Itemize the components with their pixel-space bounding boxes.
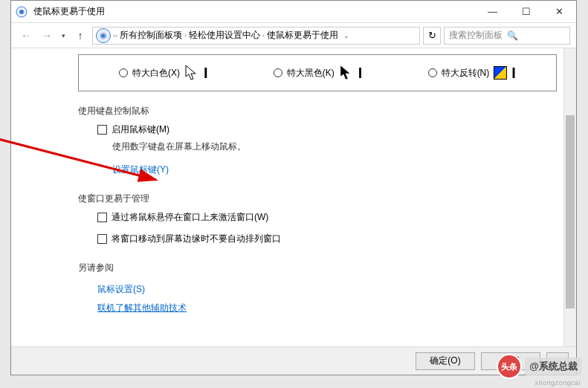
option-label: 启用鼠标键(M) bbox=[112, 123, 169, 136]
watermark-url: xitongzongcai bbox=[534, 379, 581, 387]
watermark-badge: 头条 bbox=[497, 354, 522, 379]
cursor-preview-invert bbox=[494, 66, 507, 80]
cursor-option-extra-black[interactable]: 特大黑色(K) I bbox=[274, 65, 363, 82]
breadcrumb-item[interactable]: 使鼠标更易于使用 bbox=[267, 29, 338, 42]
cursor-preview-black bbox=[339, 65, 354, 81]
checkbox-icon[interactable] bbox=[97, 213, 107, 222]
app-icon bbox=[16, 6, 28, 18]
option-label: 将窗口移动到屏幕边缘时不要自动排列窗口 bbox=[112, 233, 281, 245]
section-keyboard-mouse: 使用键盘控制鼠标 bbox=[78, 105, 557, 117]
history-dropdown-icon[interactable]: ▾ bbox=[59, 32, 68, 39]
scrollbar-thumb[interactable] bbox=[566, 115, 575, 308]
dialog-footer: 确定(O) 取消 bbox=[11, 346, 576, 375]
link-mouse-settings[interactable]: 鼠标设置(S) bbox=[97, 283, 145, 296]
location-icon: ◉ bbox=[96, 28, 111, 43]
up-button[interactable]: ↑ bbox=[71, 27, 89, 45]
section-window-mgmt: 使窗口更易于管理 bbox=[78, 193, 557, 205]
cursor-label: 特大黑色(K) bbox=[287, 67, 335, 80]
refresh-button[interactable]: ↻ bbox=[423, 27, 441, 45]
ibeam-preview: I bbox=[511, 65, 516, 82]
checkbox-icon[interactable] bbox=[97, 125, 107, 135]
forward-button[interactable]: → bbox=[38, 27, 56, 45]
window-controls: — ☐ ✕ bbox=[476, 1, 576, 22]
option-enable-mouse-keys[interactable]: 启用鼠标键(M) bbox=[97, 123, 557, 136]
radio-icon[interactable] bbox=[428, 68, 437, 77]
nav-toolbar: ← → ▾ ↑ ◉ ‹‹ 所有控制面板项 › 轻松使用设置中心 › 使鼠标更易于… bbox=[11, 23, 576, 48]
cursor-label: 特大反转(N) bbox=[442, 67, 490, 80]
cursor-scheme-group: 特大白色(X) I 特大黑色(K) I 特大反转(N) I bbox=[78, 54, 557, 91]
ibeam-preview: I bbox=[204, 65, 208, 82]
watermark-text: @系统总裁 bbox=[525, 358, 582, 375]
window-title: 使鼠标更易于使用 bbox=[32, 5, 476, 18]
maximize-button[interactable]: ☐ bbox=[509, 1, 543, 22]
chevron-right-icon: › bbox=[184, 32, 187, 39]
titlebar: 使鼠标更易于使用 — ☐ ✕ bbox=[11, 1, 576, 23]
link-setup-mouse-keys[interactable]: 设置鼠标键(Y) bbox=[112, 164, 169, 176]
option-hover-activate[interactable]: 通过将鼠标悬停在窗口上来激活窗口(W) bbox=[97, 211, 557, 224]
close-button[interactable]: ✕ bbox=[543, 1, 576, 22]
ok-button[interactable]: 确定(O) bbox=[416, 352, 475, 370]
control-panel-window: 使鼠标更易于使用 — ☐ ✕ ← → ▾ ↑ ◉ ‹‹ 所有控制面板项 › 轻松… bbox=[10, 0, 577, 375]
checkbox-icon[interactable] bbox=[97, 234, 107, 244]
section-see-also: 另请参阅 bbox=[78, 262, 557, 274]
vertical-scrollbar[interactable] bbox=[563, 48, 576, 346]
breadcrumb-dropdown-icon[interactable]: ⌄ bbox=[340, 32, 352, 39]
svg-point-1 bbox=[19, 10, 24, 14]
option-no-snap[interactable]: 将窗口移动到屏幕边缘时不要自动排列窗口 bbox=[97, 233, 557, 245]
breadcrumb-item[interactable]: 所有控制面板项 bbox=[120, 29, 182, 42]
breadcrumb-bar[interactable]: ◉ ‹‹ 所有控制面板项 › 轻松使用设置中心 › 使鼠标更易于使用 ⌄ bbox=[92, 27, 420, 45]
ibeam-preview: I bbox=[358, 65, 363, 82]
search-icon: 🔍 bbox=[507, 30, 565, 41]
cursor-option-extra-invert[interactable]: 特大反转(N) I bbox=[428, 65, 516, 82]
cursor-label: 特大白色(X) bbox=[132, 67, 180, 80]
radio-icon[interactable] bbox=[274, 68, 282, 77]
watermark: 头条 @系统总裁 bbox=[497, 354, 582, 379]
cursor-preview-white bbox=[184, 65, 199, 81]
back-button[interactable]: ← bbox=[17, 27, 35, 45]
chevron-right-icon: › bbox=[262, 32, 265, 39]
link-learn-more[interactable]: 联机了解其他辅助技术 bbox=[97, 302, 187, 314]
search-placeholder: 搜索控制面板 bbox=[449, 29, 507, 42]
breadcrumb-sep: ‹‹ bbox=[113, 32, 117, 39]
cursor-option-extra-white[interactable]: 特大白色(X) I bbox=[119, 65, 208, 82]
content-area: 特大白色(X) I 特大黑色(K) I 特大反转(N) I 使用键盘控制鼠标 启… bbox=[11, 48, 576, 346]
option-label: 通过将鼠标悬停在窗口上来激活窗口(W) bbox=[112, 211, 268, 224]
minimize-button[interactable]: — bbox=[476, 1, 509, 22]
radio-icon[interactable] bbox=[119, 68, 128, 77]
search-input[interactable]: 搜索控制面板 🔍 bbox=[444, 27, 570, 45]
breadcrumb-item[interactable]: 轻松使用设置中心 bbox=[189, 29, 260, 42]
mouse-keys-description: 使用数字键盘在屏幕上移动鼠标。 bbox=[112, 140, 557, 153]
